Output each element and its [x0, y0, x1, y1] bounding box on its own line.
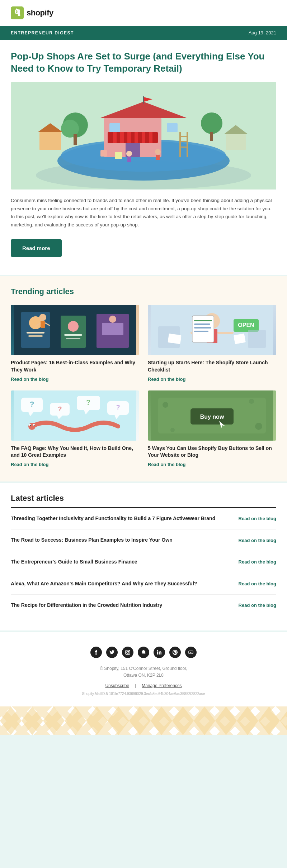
svg-rect-29	[156, 155, 160, 160]
latest-article-3-link[interactable]: Read on the blog	[239, 559, 276, 565]
svg-rect-34	[179, 147, 188, 148]
trending-section: Trending articles	[0, 276, 287, 481]
svg-rect-47	[66, 338, 80, 339]
svg-rect-46	[64, 334, 82, 336]
svg-rect-63	[194, 327, 211, 329]
svg-rect-105	[0, 706, 287, 735]
svg-marker-106	[0, 706, 22, 735]
svg-marker-107	[22, 706, 43, 735]
shopify-logo: shopify	[11, 6, 53, 19]
hero-illustration	[11, 82, 276, 190]
svg-rect-42	[27, 332, 44, 334]
svg-rect-69	[234, 334, 246, 344]
latest-article-row-1: Threading Together Inclusivity and Funct…	[11, 508, 276, 530]
svg-rect-60	[192, 316, 214, 342]
svg-rect-35	[115, 152, 122, 159]
svg-rect-33	[179, 141, 188, 142]
diamond-pattern-decoration	[0, 706, 287, 735]
svg-marker-119	[280, 706, 287, 735]
read-more-button[interactable]: Read more	[11, 239, 62, 257]
latest-article-2-link[interactable]: Read on the blog	[239, 538, 276, 543]
trending-article-1-title: Product Pages: 16 Best-in-Class Examples…	[11, 359, 139, 373]
svg-rect-62	[194, 323, 210, 325]
trending-article-1: Product Pages: 16 Best-in-Class Examples…	[11, 305, 139, 382]
svg-rect-61	[194, 320, 212, 321]
unsubscribe-link[interactable]: Unsubscribe	[105, 683, 129, 688]
svg-rect-15	[109, 123, 120, 132]
trending-article-4-title: 5 Ways You Can Use Shopify Buy Buttons t…	[148, 445, 276, 459]
youtube-icon[interactable]	[185, 647, 197, 658]
svg-marker-110	[86, 706, 108, 735]
footer-address: © Shopify, 151 O'Connor Street, Ground f…	[11, 665, 276, 679]
svg-marker-113	[151, 706, 172, 735]
manage-preferences-link[interactable]: Manage Preferences	[142, 683, 182, 688]
linkedin-icon[interactable]	[154, 647, 165, 658]
svg-marker-116	[215, 706, 237, 735]
svg-text:?: ?	[58, 406, 62, 413]
hero-section: Pop-Up Shops Are Set to Surge (and Every…	[0, 40, 287, 275]
hero-image	[11, 82, 276, 190]
trending-article-1-link[interactable]: Read on the blog	[11, 377, 139, 382]
pinterest-icon[interactable]	[169, 647, 181, 658]
svg-marker-104	[190, 652, 192, 653]
svg-rect-21	[210, 132, 213, 141]
svg-point-26	[126, 151, 132, 157]
svg-point-50	[109, 316, 116, 323]
svg-point-99	[127, 651, 129, 653]
latest-section: Latest articles Threading Together Inclu…	[0, 483, 287, 630]
svg-rect-19	[74, 134, 77, 145]
svg-rect-22	[39, 132, 61, 150]
article-thumb-4: Buy now	[148, 390, 276, 441]
latest-article-5-title: The Recipe for Differentiation in the Cr…	[11, 602, 231, 609]
article-thumb-3: ? ? ? ?	[11, 390, 139, 441]
svg-point-84	[28, 423, 36, 430]
latest-article-row-3: The Entrepreneur's Guide to Small Busine…	[11, 551, 276, 573]
shopify-logo-icon	[11, 6, 24, 19]
trending-article-4-link[interactable]: Read on the blog	[148, 462, 276, 467]
trending-article-3: ? ? ? ? The FAQ Page: Why You Need It, H…	[11, 390, 139, 467]
facebook-icon[interactable]	[90, 647, 102, 658]
svg-marker-117	[237, 706, 258, 735]
svg-point-51	[39, 314, 46, 321]
svg-point-97	[249, 399, 254, 404]
svg-point-87	[30, 425, 31, 426]
latest-article-1-title: Threading Together Inclusivity and Funct…	[11, 515, 231, 522]
svg-marker-118	[258, 706, 280, 735]
footer-links: Unsubscribe | Manage Preferences	[11, 683, 276, 688]
shopify-logo-text: shopify	[27, 8, 53, 18]
svg-text:?: ?	[86, 398, 90, 406]
svg-rect-43	[28, 335, 43, 337]
snapchat-icon[interactable]	[138, 647, 149, 658]
svg-rect-11	[135, 132, 138, 143]
hero-body-text: Consumers miss feeling connected to bran…	[11, 197, 276, 230]
svg-rect-49	[102, 323, 123, 335]
svg-marker-111	[108, 706, 129, 735]
trending-article-2-link[interactable]: Read on the blog	[148, 377, 276, 382]
latest-title: Latest articles	[11, 494, 276, 508]
svg-text:?: ?	[30, 400, 34, 408]
latest-article-5-link[interactable]: Read on the blog	[239, 603, 276, 608]
newsletter-banner: ENTREPRENEUR DIGEST Aug 19, 2021	[0, 26, 287, 40]
svg-point-100	[129, 651, 130, 651]
svg-text:OPEN: OPEN	[238, 322, 254, 328]
svg-rect-10	[127, 132, 131, 143]
trending-article-3-title: The FAQ Page: Why You Need It, How to Bu…	[11, 445, 139, 459]
latest-article-1-link[interactable]: Read on the blog	[239, 516, 276, 521]
twitter-icon[interactable]	[106, 647, 118, 658]
svg-rect-32	[179, 136, 188, 137]
latest-article-row-4: Alexa, What Are Amazon's Main Competitor…	[11, 573, 276, 595]
trending-article-3-link[interactable]: Read on the blog	[11, 462, 139, 467]
svg-rect-37	[143, 96, 144, 104]
instagram-icon[interactable]	[122, 647, 133, 658]
social-icons	[11, 647, 276, 658]
svg-rect-68	[248, 330, 266, 348]
svg-rect-13	[149, 132, 152, 143]
svg-point-20	[201, 112, 222, 134]
footer-tracking-id: Shopify.MailID.5-181fe7724.93699029.3ecf…	[11, 692, 276, 696]
newsletter-date: Aug 19, 2021	[249, 30, 276, 35]
svg-point-102	[157, 650, 158, 651]
latest-article-3-title: The Entrepreneur's Guide to Small Busine…	[11, 558, 231, 566]
svg-point-95	[255, 423, 262, 430]
latest-article-4-link[interactable]: Read on the blog	[239, 581, 276, 586]
svg-rect-16	[167, 123, 178, 132]
